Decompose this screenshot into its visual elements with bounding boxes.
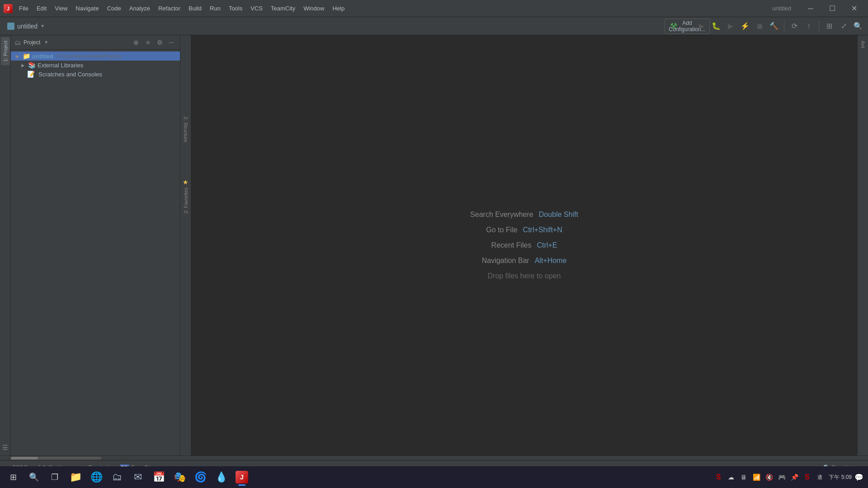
- commit-button[interactable]: ↑: [802, 20, 815, 33]
- menu-bar: File Edit View Navigate Code Analyze Ref…: [15, 3, 763, 14]
- left-vtab-panel: 1: Project ☰: [0, 35, 11, 455]
- goto-file-shortcut: Ctrl+Shift+N: [523, 226, 562, 234]
- stop-button[interactable]: ◼: [753, 20, 766, 33]
- debug-button[interactable]: 🐛: [710, 20, 722, 33]
- window-controls: ─ ☐ ✕: [800, 2, 864, 15]
- toolbar-divider2: [819, 21, 819, 32]
- maximize-button[interactable]: ☐: [822, 2, 843, 15]
- chevron-down-icon2: ▼: [44, 40, 48, 45]
- menu-vcs[interactable]: VCS: [247, 3, 266, 14]
- tray-network-icon[interactable]: 📶: [751, 472, 762, 483]
- run-button[interactable]: ▶: [695, 20, 708, 33]
- folder-taskbar[interactable]: 🗂: [108, 468, 127, 487]
- build-button[interactable]: 🔨: [768, 20, 780, 33]
- favorites-label: 2: Favorites: [183, 188, 189, 213]
- tree-item-scratches[interactable]: 📝 Scratches and Consoles: [11, 70, 180, 79]
- update-button[interactable]: ⟳: [788, 20, 801, 33]
- toolbar-divider: [784, 21, 784, 32]
- project-title-button[interactable]: untitled ▼: [4, 21, 48, 32]
- structure-label: 2: Structure: [183, 117, 189, 142]
- hint-recent-files: Recent Files Ctrl+E: [491, 241, 557, 249]
- tray-pin-icon[interactable]: 📌: [789, 472, 800, 483]
- locate-file-button[interactable]: ⊕: [131, 38, 141, 47]
- menu-tools[interactable]: Tools: [225, 3, 246, 14]
- layout-button[interactable]: ⊞: [823, 20, 835, 33]
- browser-taskbar[interactable]: 💧: [212, 468, 231, 487]
- menu-help[interactable]: Help: [329, 3, 348, 14]
- coverage-button[interactable]: ▶: [724, 20, 737, 33]
- scrollbar-thumb[interactable]: [11, 457, 38, 460]
- menu-analyze[interactable]: Analyze: [126, 3, 154, 14]
- project-name-label: untitled: [32, 53, 53, 60]
- scrollbar-track[interactable]: [11, 457, 101, 460]
- menu-edit[interactable]: Edit: [33, 3, 50, 14]
- mail-taskbar[interactable]: ✉: [128, 468, 147, 487]
- fun-icon: 🎭: [174, 471, 186, 483]
- minimize-button[interactable]: ─: [800, 2, 821, 15]
- close-sidebar-button[interactable]: ─: [166, 38, 176, 47]
- calendar-icon: 📅: [153, 471, 165, 483]
- menu-window[interactable]: Window: [300, 3, 328, 14]
- tray-s-icon[interactable]: S: [713, 472, 724, 483]
- fun-app-taskbar[interactable]: 🎭: [170, 468, 189, 487]
- project-panel-tab[interactable]: 1: Project: [1, 37, 10, 65]
- menu-run[interactable]: Run: [206, 3, 224, 14]
- menu-code[interactable]: Code: [104, 3, 125, 14]
- horizontal-scrollbar[interactable]: [0, 455, 868, 460]
- chevron-right-icon2: ▶: [20, 63, 26, 68]
- left-panel-tabs: 2: Structure ★ 2: Favorites: [180, 35, 191, 455]
- edge-icon: 🌐: [90, 471, 103, 483]
- favorites-tab[interactable]: ★ 2: Favorites: [183, 178, 189, 213]
- title-text: untitled: [772, 5, 791, 12]
- settings-gear-icon[interactable]: ⚙: [155, 38, 165, 47]
- chrome-icon: 🌀: [194, 471, 207, 483]
- tree-item-untitled[interactable]: ▶ 📁 untitled C:\Users\lenovo\IdeaProject…: [11, 52, 180, 61]
- tray-volume-icon[interactable]: 🔇: [764, 472, 774, 483]
- menu-navigate[interactable]: Navigate: [72, 3, 102, 14]
- bookmarks-icon[interactable]: ☰: [1, 443, 10, 452]
- tray-controller-icon[interactable]: 🎮: [776, 472, 787, 483]
- tray-input-icon[interactable]: 通: [814, 472, 825, 483]
- tray-monitor-icon[interactable]: 🖥: [738, 472, 749, 483]
- title-bar: J File Edit View Navigate Code Analyze R…: [0, 0, 868, 17]
- project-folder-icon2: 📁: [23, 52, 30, 60]
- file-manager-icon: 📁: [70, 471, 82, 483]
- tree-item-external-libs[interactable]: ▶ 📚 External Libraries: [11, 61, 180, 70]
- calendar-taskbar[interactable]: 📅: [149, 468, 168, 487]
- tray-cloud-icon[interactable]: ☁: [726, 472, 736, 483]
- menu-file[interactable]: File: [15, 3, 32, 14]
- menu-teamcity[interactable]: TeamCity: [267, 3, 299, 14]
- goto-file-label: Go to File: [486, 226, 517, 234]
- menu-build[interactable]: Build: [185, 3, 205, 14]
- search-everywhere-shortcut: Double Shift: [539, 211, 578, 219]
- hint-drop-files: Drop files here to open: [488, 272, 561, 280]
- drop-files-label: Drop files here to open: [488, 272, 561, 280]
- edge-taskbar[interactable]: 🌐: [87, 468, 106, 487]
- search-everywhere-button[interactable]: 🔍: [852, 20, 864, 33]
- taskbar-search-button[interactable]: 🔍: [24, 468, 43, 487]
- hint-goto-file: Go to File Ctrl+Shift+N: [486, 226, 562, 234]
- chevron-down-icon: ▼: [40, 23, 45, 28]
- notification-icon[interactable]: 💬: [854, 472, 864, 483]
- profile-button[interactable]: ⚡: [739, 20, 751, 33]
- chrome-taskbar[interactable]: 🌀: [191, 468, 210, 487]
- menu-view[interactable]: View: [51, 3, 71, 14]
- external-libs-label: External Libraries: [38, 62, 83, 69]
- close-button[interactable]: ✕: [844, 2, 864, 15]
- collapse-all-button[interactable]: ≡: [143, 38, 153, 47]
- project-path-label: C:\Users\lenovo\IdeaProjects: [57, 53, 121, 59]
- structure-tab[interactable]: 2: Structure: [183, 117, 189, 142]
- right-vtab-panel: Ant: [857, 35, 868, 455]
- clock: 下午 5:09: [829, 474, 852, 481]
- start-button[interactable]: ⊞: [4, 468, 23, 487]
- tray-s2-icon[interactable]: S: [802, 472, 812, 483]
- ant-tab[interactable]: Ant: [859, 37, 868, 52]
- add-config-btn[interactable]: Add Configuration...: [681, 20, 693, 33]
- sidebar-tree: ▶ 📁 untitled C:\Users\lenovo\IdeaProject…: [11, 50, 180, 455]
- file-manager-taskbar[interactable]: 📁: [66, 468, 85, 487]
- task-view-button[interactable]: ❐: [45, 468, 64, 487]
- expand-button[interactable]: ⤢: [837, 20, 850, 33]
- intellij-taskbar[interactable]: J: [232, 468, 251, 487]
- sidebar-title-label: Project: [24, 39, 40, 46]
- menu-refactor[interactable]: Refactor: [155, 3, 184, 14]
